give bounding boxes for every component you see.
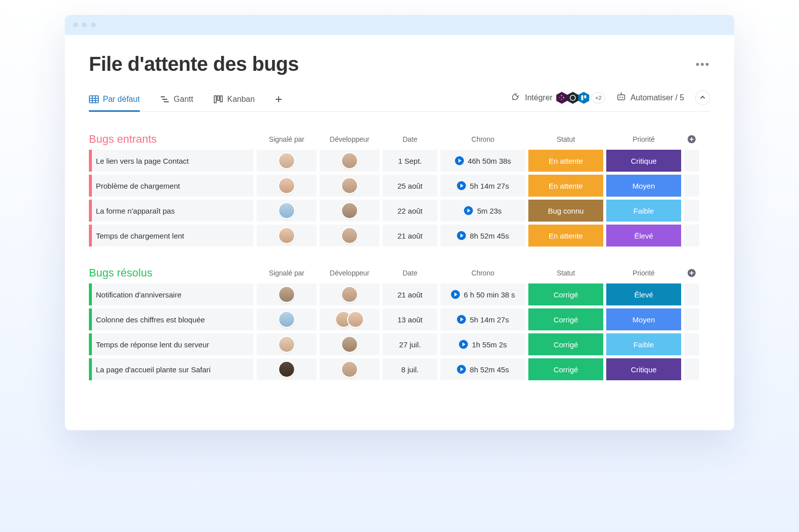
chrono-cell[interactable]: 46h 50m 38s bbox=[440, 150, 525, 172]
row-trailing-cell[interactable] bbox=[684, 283, 699, 305]
status-cell[interactable]: En attente bbox=[528, 175, 603, 197]
developer-cell[interactable] bbox=[320, 308, 380, 330]
date-cell[interactable]: 22 août bbox=[383, 200, 437, 222]
col-header-developer[interactable]: Développeur bbox=[320, 269, 380, 277]
task-name-cell[interactable]: La forme n'apparaît pas bbox=[89, 200, 254, 222]
developer-cell[interactable] bbox=[320, 175, 380, 197]
date-cell[interactable]: 13 août bbox=[383, 308, 437, 330]
col-header-priority[interactable]: Priorité bbox=[606, 269, 681, 277]
chrono-cell[interactable]: 1h 55m 2s bbox=[440, 333, 525, 355]
date-cell[interactable]: 21 août bbox=[383, 283, 437, 305]
status-cell[interactable]: En attente bbox=[528, 150, 603, 172]
table-row[interactable]: Colonne des chiffres est bloquée13 août5… bbox=[89, 308, 710, 330]
developer-cell[interactable] bbox=[320, 358, 380, 380]
reporter-cell[interactable] bbox=[257, 283, 317, 305]
task-name-cell[interactable]: Colonne des chiffres est bloquée bbox=[89, 308, 254, 330]
table-row[interactable]: Temps de chargement lent21 août8h 52m 45… bbox=[89, 225, 710, 247]
col-header-chrono[interactable]: Chrono bbox=[440, 269, 525, 277]
row-trailing-cell[interactable] bbox=[684, 200, 699, 222]
chrono-cell[interactable]: 5m 23s bbox=[440, 200, 525, 222]
reporter-cell[interactable] bbox=[257, 358, 317, 380]
task-name-cell[interactable]: Problème de chargement bbox=[89, 175, 254, 197]
task-name-cell[interactable]: Notification d'anniversaire bbox=[89, 283, 254, 305]
priority-cell[interactable]: Faible bbox=[606, 200, 681, 222]
priority-cell[interactable]: Élevé bbox=[606, 225, 681, 247]
developer-cell[interactable] bbox=[320, 150, 380, 172]
reporter-cell[interactable] bbox=[257, 150, 317, 172]
chrono-cell[interactable]: 8h 52m 45s bbox=[440, 225, 525, 247]
row-trailing-cell[interactable] bbox=[684, 333, 699, 355]
status-cell[interactable]: Corrigé bbox=[528, 333, 603, 355]
task-name-cell[interactable]: Temps de chargement lent bbox=[89, 225, 254, 247]
col-header-reporter[interactable]: Signalé par bbox=[257, 135, 317, 143]
table-row[interactable]: Problème de chargement25 août5h 14m 27sE… bbox=[89, 175, 710, 197]
more-options-button[interactable]: ••• bbox=[696, 58, 710, 71]
col-header-priority[interactable]: Priorité bbox=[606, 135, 681, 143]
col-header-status[interactable]: Statut bbox=[528, 135, 603, 143]
integrate-button[interactable]: Intégrer +2 bbox=[511, 91, 605, 104]
table-row[interactable]: La forme n'apparaît pas22 août5m 23sBug … bbox=[89, 200, 710, 222]
avatar bbox=[341, 336, 358, 353]
col-header-chrono[interactable]: Chrono bbox=[440, 135, 525, 143]
chrono-cell[interactable]: 5h 14m 27s bbox=[440, 308, 525, 330]
avatar bbox=[341, 227, 358, 244]
status-cell[interactable]: Corrigé bbox=[528, 308, 603, 330]
automate-button[interactable]: Automatiser / 5 bbox=[616, 92, 684, 103]
table-row[interactable]: Temps de réponse lent du serveur27 juil.… bbox=[89, 333, 710, 355]
priority-cell[interactable]: Critique bbox=[606, 150, 681, 172]
priority-cell[interactable]: Critique bbox=[606, 358, 681, 380]
add-column-button[interactable] bbox=[684, 135, 699, 144]
reporter-cell[interactable] bbox=[257, 200, 317, 222]
status-cell[interactable]: Bug connu bbox=[528, 200, 603, 222]
reporter-cell[interactable] bbox=[257, 308, 317, 330]
chrono-cell[interactable]: 5h 14m 27s bbox=[440, 175, 525, 197]
reporter-cell[interactable] bbox=[257, 333, 317, 355]
date-cell[interactable]: 21 août bbox=[383, 225, 437, 247]
group-title[interactable]: Bugs entrants bbox=[89, 133, 254, 146]
table-row[interactable]: Le lien vers la page Contact1 Sept.46h 5… bbox=[89, 150, 710, 172]
view-tab-gantt[interactable]: Gantt bbox=[160, 89, 193, 111]
task-name-cell[interactable]: Temps de réponse lent du serveur bbox=[89, 333, 254, 355]
priority-cell[interactable]: Moyen bbox=[606, 308, 681, 330]
row-trailing-cell[interactable] bbox=[684, 150, 699, 172]
reporter-cell[interactable] bbox=[257, 175, 317, 197]
developer-cell[interactable] bbox=[320, 225, 380, 247]
row-trailing-cell[interactable] bbox=[684, 175, 699, 197]
table-row[interactable]: La page d'accueil plante sur Safari8 jui… bbox=[89, 358, 710, 380]
status-cell[interactable]: Corrigé bbox=[528, 358, 603, 380]
col-header-status[interactable]: Statut bbox=[528, 269, 603, 277]
row-trailing-cell[interactable] bbox=[684, 308, 699, 330]
task-name-cell[interactable]: La page d'accueil plante sur Safari bbox=[89, 358, 254, 380]
date-cell[interactable]: 25 août bbox=[383, 175, 437, 197]
chrono-cell[interactable]: 8h 52m 45s bbox=[440, 358, 525, 380]
col-header-reporter[interactable]: Signalé par bbox=[257, 269, 317, 277]
task-name-cell[interactable]: Le lien vers la page Contact bbox=[89, 150, 254, 172]
status-cell[interactable]: Corrigé bbox=[528, 283, 603, 305]
add-view-button[interactable] bbox=[275, 90, 283, 110]
col-header-date[interactable]: Date bbox=[383, 269, 437, 277]
status-cell[interactable]: En attente bbox=[528, 225, 603, 247]
row-trailing-cell[interactable] bbox=[684, 225, 699, 247]
reporter-cell[interactable] bbox=[257, 225, 317, 247]
priority-cell[interactable]: Faible bbox=[606, 333, 681, 355]
chrono-cell[interactable]: 6 h 50 min 38 s bbox=[440, 283, 525, 305]
row-trailing-cell[interactable] bbox=[684, 358, 699, 380]
developer-cell[interactable] bbox=[320, 333, 380, 355]
col-header-date[interactable]: Date bbox=[383, 135, 437, 143]
date-cell[interactable]: 8 juil. bbox=[383, 358, 437, 380]
view-tab-default[interactable]: Par défaut bbox=[89, 89, 140, 111]
date-cell[interactable]: 27 juil. bbox=[383, 333, 437, 355]
group-header: Bugs entrantsSignalé parDéveloppeurDateC… bbox=[89, 133, 710, 146]
developer-cell[interactable] bbox=[320, 283, 380, 305]
view-tab-kanban[interactable]: Kanban bbox=[213, 89, 255, 111]
date-cell[interactable]: 1 Sept. bbox=[383, 150, 437, 172]
col-header-developer[interactable]: Développeur bbox=[320, 135, 380, 143]
group-title[interactable]: Bugs résolus bbox=[89, 266, 254, 279]
priority-cell[interactable]: Moyen bbox=[606, 175, 681, 197]
collapse-toolbar-button[interactable] bbox=[695, 90, 710, 105]
table-row[interactable]: Notification d'anniversaire21 août6 h 50… bbox=[89, 283, 710, 305]
integration-more-badge[interactable]: +2 bbox=[591, 92, 605, 103]
priority-cell[interactable]: Élevé bbox=[606, 283, 681, 305]
developer-cell[interactable] bbox=[320, 200, 380, 222]
add-column-button[interactable] bbox=[684, 268, 699, 277]
